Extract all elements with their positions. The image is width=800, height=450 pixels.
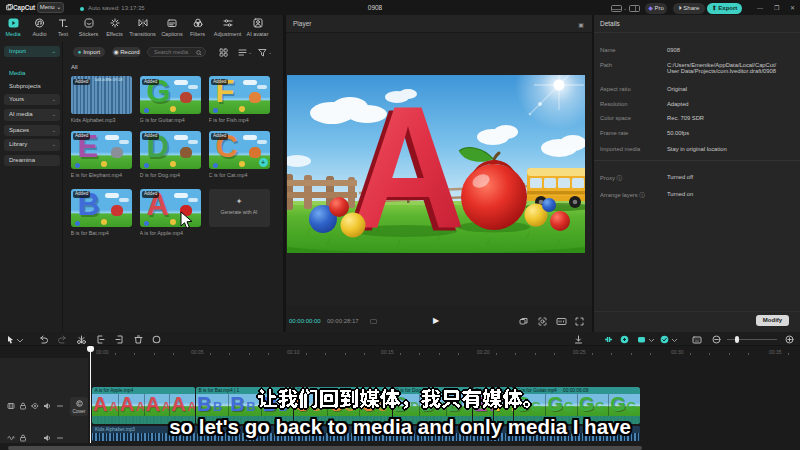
svg-text:A: A [350,75,466,253]
